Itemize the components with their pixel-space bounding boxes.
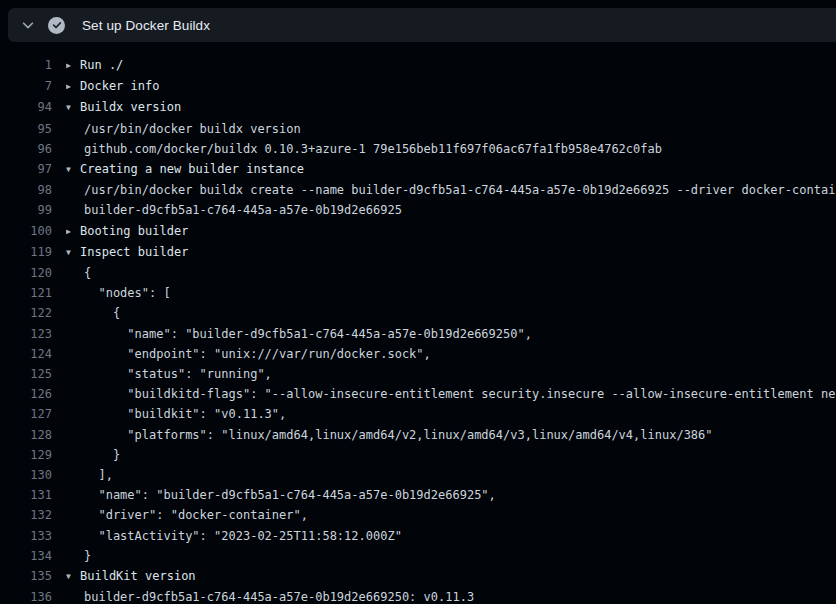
line-number[interactable]: 132 <box>0 505 52 525</box>
log-group-header[interactable]: ▶Run ./ <box>66 55 123 76</box>
log-output-text: builder-d9cfb5a1-c764-445a-a57e-0b19d2e6… <box>66 587 474 604</box>
log-group-header[interactable]: ▶Docker info <box>66 76 159 97</box>
line-number[interactable]: 127 <box>0 404 52 424</box>
line-number[interactable]: 98 <box>0 180 52 200</box>
log-output-text: ], <box>66 465 113 485</box>
line-number[interactable]: 7 <box>0 76 52 97</box>
line-number[interactable]: 122 <box>0 303 52 323</box>
log-group-header[interactable]: ▼BuildKit version <box>66 566 196 587</box>
log-line: 97▼Creating a new builder instance <box>0 159 836 180</box>
log-group-title: Run ./ <box>80 58 123 72</box>
log-group-header[interactable]: ▼Creating a new builder instance <box>66 159 304 180</box>
step-title: Set up Docker Buildx <box>82 18 210 33</box>
log-line: 133 "lastActivity": "2023-02-25T11:58:12… <box>0 526 836 546</box>
log-line: 119▼Inspect builder <box>0 242 836 263</box>
log-line: 126 "buildkitd-flags": "--allow-insecure… <box>0 384 836 404</box>
log-output-text: "nodes": [ <box>66 283 171 303</box>
log-group-title: Buildx version <box>80 100 181 114</box>
log-line: 122 { <box>0 303 836 323</box>
log-line: 98/usr/bin/docker buildx create --name b… <box>0 180 836 200</box>
log-line: 130 ], <box>0 465 836 485</box>
line-number[interactable]: 131 <box>0 485 52 505</box>
line-number[interactable]: 96 <box>0 139 52 159</box>
line-number[interactable]: 124 <box>0 344 52 364</box>
log-line: 124 "endpoint": "unix:///var/run/docker.… <box>0 344 836 364</box>
log-text: "name": "builder-d9cfb5a1-c764-445a-a57e… <box>66 324 532 344</box>
log-text: "name": "builder-d9cfb5a1-c764-445a-a57e… <box>66 485 496 505</box>
log-line: 127 "buildkit": "v0.11.3", <box>0 404 836 424</box>
log-output-text: "buildkitd-flags": "--allow-insecure-ent… <box>66 384 836 404</box>
chevron-down-icon <box>21 18 35 32</box>
log-line: 94▼Buildx version <box>0 97 836 118</box>
log-text: github.com/docker/buildx 0.10.3+azure-1 … <box>66 139 662 159</box>
line-number[interactable]: 136 <box>0 587 52 604</box>
line-number[interactable]: 94 <box>0 97 52 118</box>
step-header[interactable]: Set up Docker Buildx <box>8 8 836 42</box>
line-number[interactable]: 99 <box>0 200 52 220</box>
log-command-text: /usr/bin/docker buildx create --name bui… <box>66 180 836 200</box>
log-output-text: } <box>66 546 91 566</box>
line-number[interactable]: 125 <box>0 364 52 384</box>
log-line: 125 "status": "running", <box>0 364 836 384</box>
line-number[interactable]: 123 <box>0 324 52 344</box>
log-viewer: 1▶Run ./7▶Docker info94▼Buildx version95… <box>0 55 836 604</box>
log-command-text: /usr/bin/docker buildx version <box>66 119 301 139</box>
log-group-header[interactable]: ▼Inspect builder <box>66 242 188 263</box>
log-output-text: "driver": "docker-container", <box>66 505 308 525</box>
log-text: "driver": "docker-container", <box>66 505 308 525</box>
log-line: 134} <box>0 546 836 566</box>
triangle-down-icon: ▼ <box>66 567 80 587</box>
log-line: 1▶Run ./ <box>0 55 836 76</box>
log-group-title: Creating a new builder instance <box>80 162 304 176</box>
line-number[interactable]: 130 <box>0 465 52 485</box>
triangle-down-icon: ▼ <box>66 160 80 180</box>
line-number[interactable]: 1 <box>0 55 52 76</box>
log-output-text: } <box>66 445 120 465</box>
triangle-right-icon: ▶ <box>66 222 80 242</box>
triangle-down-icon: ▼ <box>66 243 80 263</box>
log-output-text: "name": "builder-d9cfb5a1-c764-445a-a57e… <box>66 324 532 344</box>
log-group-header[interactable]: ▶Booting builder <box>66 221 188 242</box>
line-number[interactable]: 135 <box>0 566 52 587</box>
line-number[interactable]: 97 <box>0 159 52 180</box>
line-number[interactable]: 119 <box>0 242 52 263</box>
log-line: 100▶Booting builder <box>0 221 836 242</box>
log-group-title: BuildKit version <box>80 569 196 583</box>
line-number[interactable]: 100 <box>0 221 52 242</box>
log-text: "platforms": "linux/amd64,linux/amd64/v2… <box>66 425 713 445</box>
line-number[interactable]: 95 <box>0 119 52 139</box>
line-number[interactable]: 133 <box>0 526 52 546</box>
triangle-down-icon: ▼ <box>66 98 80 118</box>
log-group-header[interactable]: ▼Buildx version <box>66 97 181 118</box>
log-line: 96github.com/docker/buildx 0.10.3+azure-… <box>0 139 836 159</box>
log-output-text: builder-d9cfb5a1-c764-445a-a57e-0b19d2e6… <box>66 200 402 220</box>
log-text: "nodes": [ <box>66 283 171 303</box>
log-text: "buildkitd-flags": "--allow-insecure-ent… <box>66 384 836 404</box>
log-group-title: Booting builder <box>80 224 188 238</box>
log-text: { <box>66 303 120 323</box>
line-number[interactable]: 129 <box>0 445 52 465</box>
log-text: /usr/bin/docker buildx version <box>66 119 301 139</box>
log-text: "lastActivity": "2023-02-25T11:58:12.000… <box>66 526 402 546</box>
line-number[interactable]: 134 <box>0 546 52 566</box>
collapse-step-button[interactable] <box>14 11 42 39</box>
log-text: "endpoint": "unix:///var/run/docker.sock… <box>66 344 431 364</box>
check-icon <box>52 20 62 30</box>
log-output-text: "name": "builder-d9cfb5a1-c764-445a-a57e… <box>66 485 496 505</box>
log-line: 136builder-d9cfb5a1-c764-445a-a57e-0b19d… <box>0 587 836 604</box>
log-output-text: { <box>66 263 91 283</box>
log-group-title: Inspect builder <box>80 245 188 259</box>
line-number[interactable]: 121 <box>0 283 52 303</box>
log-text: "buildkit": "v0.11.3", <box>66 404 286 424</box>
log-text: { <box>66 263 91 283</box>
line-number[interactable]: 126 <box>0 384 52 404</box>
log-text: ], <box>66 465 113 485</box>
log-text: /usr/bin/docker buildx create --name bui… <box>66 180 836 200</box>
log-line: 99builder-d9cfb5a1-c764-445a-a57e-0b19d2… <box>0 200 836 220</box>
log-line: 123 "name": "builder-d9cfb5a1-c764-445a-… <box>0 324 836 344</box>
log-output-text: "status": "running", <box>66 364 272 384</box>
log-line: 135▼BuildKit version <box>0 566 836 587</box>
line-number[interactable]: 120 <box>0 263 52 283</box>
log-output-text: "endpoint": "unix:///var/run/docker.sock… <box>66 344 431 364</box>
line-number[interactable]: 128 <box>0 425 52 445</box>
